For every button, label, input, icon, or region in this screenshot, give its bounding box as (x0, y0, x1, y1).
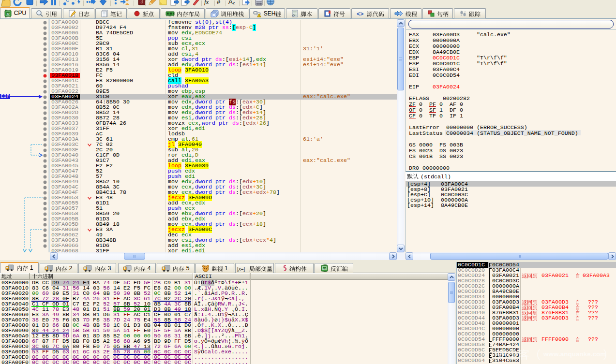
svg-text:32: 32 (6, 12, 9, 15)
svg-text:z: z (233, 0, 235, 5)
svg-text:A: A (228, 0, 233, 5)
svg-text:32: 32 (323, 267, 326, 270)
svg-text:#: # (217, 0, 221, 5)
svg-text:fx: fx (204, 0, 209, 5)
svg-text:[x=]: [x=] (237, 266, 245, 271)
svg-text:!: ! (259, 15, 259, 17)
svg-text:<>: <> (357, 11, 363, 17)
svg-text:3: 3 (140, 0, 143, 4)
